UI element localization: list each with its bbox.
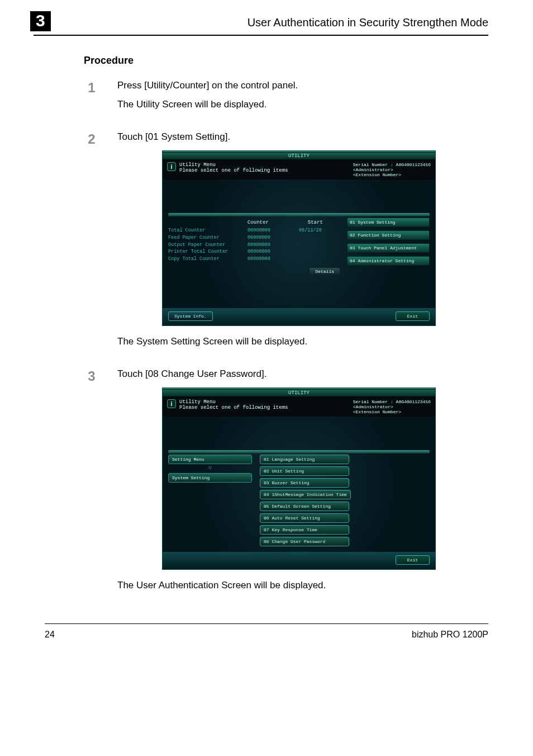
counter-name: Printer Total Counter	[168, 248, 248, 256]
counter-row-printer: Printer Total Counter 00000000	[168, 248, 347, 256]
menu-subtitle: Please select one of following items	[179, 168, 288, 173]
serial-label: Serial Number	[353, 162, 388, 167]
counter-value: 00000000	[248, 248, 299, 256]
admin-label: <Administrator>	[353, 404, 431, 409]
screenshot-1-caption: The System Setting Screen will be displa…	[117, 336, 488, 347]
btn-touch-panel-adjustment[interactable]: 03 Touch Panel Adjustment	[347, 243, 430, 253]
counter-row-copy: Copy Total Counter 00000000	[168, 256, 347, 263]
step-3-number: 3	[84, 370, 99, 599]
counter-col-header: Counter	[248, 220, 269, 225]
chapter-number: 3	[30, 11, 51, 31]
exit-button[interactable]: Exit	[396, 555, 430, 565]
screenshot-2-caption: The User Authentication Screen will be d…	[117, 580, 488, 591]
admin-label: <Administrator>	[353, 167, 431, 172]
page-number: 24	[45, 630, 55, 640]
btn-unit-setting[interactable]: 02 Unit Setting	[260, 466, 349, 476]
serial-label: Serial Number	[353, 399, 388, 404]
counter-value: 00000000	[248, 234, 299, 242]
breadcrumb-setting-menu[interactable]: Setting Menu	[168, 455, 252, 464]
counter-value: 00000000	[248, 227, 299, 234]
exit-button[interactable]: Exit	[396, 311, 430, 321]
counter-name: Copy Total Counter	[168, 256, 248, 263]
counter-row-total: Total Counter 00000000 08/11/28	[168, 227, 347, 234]
step-1-line-2: The Utility Screen will be displayed.	[117, 99, 488, 110]
model-name: bizhub PRO 1200P	[412, 630, 488, 640]
utility-screenshot-1: UTILITY i Utility Menu Please select one…	[162, 150, 488, 326]
step-1-line-1: Press [Utility/Counter] on the control p…	[117, 80, 488, 91]
counter-value: 00000000	[248, 256, 299, 263]
btn-function-setting[interactable]: 02 Function Setting	[347, 230, 430, 240]
step-1-number: 1	[84, 81, 99, 118]
btn-change-user-password[interactable]: 08 Change User Password	[260, 537, 349, 546]
counter-value: 00000000	[248, 242, 299, 249]
system-info-button[interactable]: System Info.	[168, 311, 213, 321]
step-3: 3 Touch [08 Change User Password]. UTILI…	[84, 368, 488, 599]
btn-buzzer-setting[interactable]: 03 Buzzer Setting	[260, 478, 349, 488]
extension-label: <Extension Number>	[353, 409, 431, 414]
counter-row-output: Output Paper Counter 00000000	[168, 242, 347, 249]
chevron-down-icon: ▽	[168, 466, 252, 471]
menu-title: Utility Menu	[179, 399, 288, 405]
menu-subtitle: Please select one of following items	[179, 405, 288, 410]
btn-auto-reset-setting[interactable]: 06 Auto Reset Setting	[260, 513, 349, 523]
breadcrumb-system-setting[interactable]: System Setting	[168, 473, 252, 483]
serial-value: : A0G4001123456	[391, 399, 431, 404]
step-2-line-1: Touch [01 System Setting].	[117, 131, 488, 143]
counter-name: Total Counter	[168, 227, 248, 234]
info-icon: i	[167, 399, 176, 408]
btn-key-response-time[interactable]: 07 Key Response Time	[260, 525, 349, 535]
counter-name: Output Paper Counter	[168, 242, 248, 249]
window-title: UTILITY	[163, 153, 435, 160]
menu-title: Utility Menu	[179, 162, 288, 168]
counter-name: Feed Paper Counter	[168, 234, 248, 242]
window-title: UTILITY	[163, 390, 435, 397]
procedure-heading: Procedure	[84, 55, 488, 67]
btn-default-screen-setting[interactable]: 05 Default Screen Setting	[260, 502, 349, 511]
info-icon: i	[167, 162, 176, 171]
step-1: 1 Press [Utility/Counter] on the control…	[84, 80, 488, 118]
start-col-header: Start	[308, 220, 323, 225]
counter-row-feed: Feed Paper Counter 00000000	[168, 234, 347, 242]
serial-value: : A0G4001123456	[391, 162, 431, 167]
counter-start: 08/11/28	[299, 227, 344, 234]
step-3-line-1: Touch [08 Change User Password].	[117, 368, 488, 380]
btn-language-setting[interactable]: 01 Language Setting	[260, 455, 349, 464]
step-2: 2 Touch [01 System Setting]. UTILITY i U…	[84, 131, 488, 355]
details-button[interactable]: Details	[309, 267, 340, 276]
btn-administrator-setting[interactable]: 04 Administrator Setting	[347, 256, 430, 266]
btn-1shot-message-indication-time[interactable]: 04 1ShotMessage Indication Time	[260, 490, 351, 499]
utility-screenshot-2: UTILITY i Utility Menu Please select one…	[162, 388, 488, 570]
page-header-title: User Authentication in Security Strength…	[62, 16, 488, 29]
btn-system-setting[interactable]: 01 System Setting	[347, 218, 430, 227]
step-2-number: 2	[84, 133, 99, 355]
extension-label: <Extension Number>	[353, 172, 431, 177]
